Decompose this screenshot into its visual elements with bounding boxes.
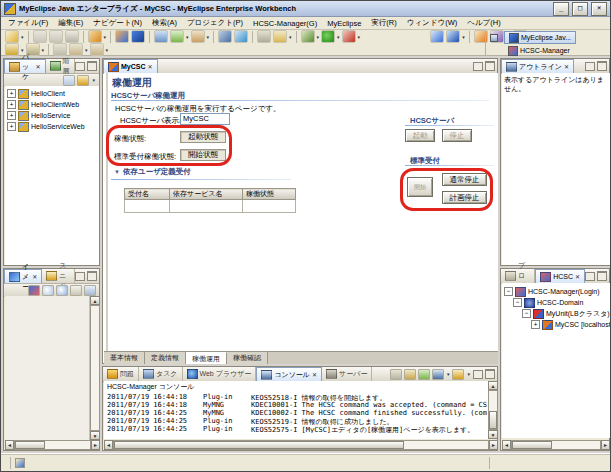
scroll-up-icon[interactable] xyxy=(90,296,100,305)
reception-start-button[interactable]: 開始 xyxy=(407,177,433,197)
tree-item-helloclient[interactable]: HelloClient xyxy=(7,88,99,99)
debug-dropdown[interactable] xyxy=(317,34,320,40)
server-stop-button[interactable]: 停止 xyxy=(442,129,472,142)
collapse-icon[interactable] xyxy=(522,309,531,318)
tab-problems[interactable]: 問題 xyxy=(103,367,139,381)
tree-item-myunit[interactable]: MyUnit(LBクラスタ) xyxy=(504,308,610,319)
open-perspective-icon[interactable] xyxy=(490,34,498,42)
zoom-out-icon[interactable] xyxy=(42,285,54,296)
tab-image[interactable]: イメー xyxy=(4,269,42,283)
menu-myeclipse[interactable]: MyEclipse xyxy=(322,18,366,29)
link-with-editor-icon[interactable] xyxy=(77,75,89,86)
server-start-button[interactable]: 起動 xyxy=(405,129,435,142)
scroll-left-icon[interactable] xyxy=(5,440,14,450)
expand-icon[interactable] xyxy=(7,89,16,98)
close-tab-icon[interactable] xyxy=(312,371,317,378)
new-myeclipse-icon[interactable] xyxy=(88,30,102,43)
external-tools-icon[interactable] xyxy=(342,30,356,43)
maximize-button[interactable] xyxy=(572,2,588,16)
maximize-view-icon[interactable] xyxy=(87,61,97,71)
prev-annotation-dropdown[interactable] xyxy=(42,47,45,53)
maximize-view-icon[interactable] xyxy=(597,271,607,281)
deploy-icon[interactable] xyxy=(115,30,129,43)
menu-hcsc-manager[interactable]: HCSC-Manager(G) xyxy=(248,18,322,29)
normal-stop-button[interactable]: 通常停止 xyxy=(442,173,487,186)
new-web-icon[interactable] xyxy=(154,30,168,43)
maximize-editor-icon[interactable] xyxy=(485,61,495,71)
tab-basic-info[interactable]: 基本情報 xyxy=(104,352,145,364)
scroll-down-icon[interactable] xyxy=(488,430,498,439)
tab-operation-check[interactable]: 稼働確認 xyxy=(227,352,268,364)
open-type-icon[interactable] xyxy=(257,30,271,43)
pin-console-icon[interactable] xyxy=(418,369,430,380)
fit-window-icon[interactable] xyxy=(70,285,82,296)
search-dropdown[interactable] xyxy=(289,34,292,40)
tab-snippets[interactable]: スニペ xyxy=(42,269,75,283)
save-all-icon[interactable] xyxy=(49,30,63,43)
zoom-in-icon[interactable] xyxy=(56,285,68,296)
scroll-thumb[interactable] xyxy=(489,411,497,429)
close-tab-icon[interactable] xyxy=(32,273,37,280)
dependency-section-header[interactable]: 依存ユーザ定義受付 xyxy=(114,167,191,177)
back-dropdown[interactable] xyxy=(85,47,88,53)
minimize-view-icon[interactable] xyxy=(585,272,595,281)
scroll-thumb[interactable] xyxy=(15,441,45,449)
tree-item-helloclientweb[interactable]: HelloClientWeb xyxy=(7,99,99,110)
menu-navigate[interactable]: ナビゲート(N) xyxy=(88,17,147,29)
last-edit-location-icon[interactable] xyxy=(53,43,67,56)
col-dependent-service[interactable]: 依存サービス名 xyxy=(170,189,243,200)
minimize-view-icon[interactable] xyxy=(473,370,483,379)
expand-icon[interactable] xyxy=(7,111,16,120)
scroll-right-icon[interactable] xyxy=(489,440,498,450)
menu-edit[interactable]: 編集(E) xyxy=(53,17,88,29)
tree-item-helloserviceweb[interactable]: HelloServiceWeb xyxy=(7,121,99,132)
new-class-icon[interactable] xyxy=(170,30,184,43)
perspective-myeclipse[interactable]: MyEclipse Jav... xyxy=(504,31,576,44)
close-editor-icon[interactable] xyxy=(148,63,153,70)
debug-icon[interactable] xyxy=(301,30,315,43)
view-menu-icon[interactable] xyxy=(92,77,95,83)
maximize-view-icon[interactable] xyxy=(597,61,607,71)
save-icon[interactable] xyxy=(33,30,47,43)
close-tab-icon[interactable] xyxy=(575,273,580,280)
tab-outline[interactable]: アウトライン xyxy=(501,59,574,73)
tree-item-hcsc-manager[interactable]: HCSC-Manager(Login) xyxy=(504,286,610,297)
expand-icon[interactable] xyxy=(7,100,16,109)
new-myeclipse-dropdown[interactable] xyxy=(104,34,107,40)
collapse-all-icon[interactable] xyxy=(63,75,75,86)
col-operating-status[interactable]: 稼働状態 xyxy=(243,189,296,200)
tree-item-hcsc-domain[interactable]: HCSC-Domain xyxy=(504,297,610,308)
menu-project[interactable]: プロジェクト(P) xyxy=(182,17,248,29)
tab-operation[interactable]: 稼働運用 xyxy=(186,352,227,364)
refresh-icon[interactable] xyxy=(234,30,248,43)
editor-tab-mycsc[interactable]: MyCSC xyxy=(103,59,158,73)
menu-window[interactable]: ウィンドウ(W) xyxy=(402,17,462,29)
forward-dropdown[interactable] xyxy=(106,47,109,53)
tab-type-hierarchy[interactable]: 階層 xyxy=(46,59,75,73)
scroll-left-icon[interactable] xyxy=(104,440,113,450)
scroll-right-icon[interactable] xyxy=(601,440,610,450)
menu-help[interactable]: ヘルプ(H) xyxy=(462,17,505,29)
collapse-section-icon[interactable] xyxy=(114,169,120,175)
open-console-icon[interactable] xyxy=(452,369,464,380)
tab-console[interactable]: コンソール xyxy=(256,367,322,381)
tab-package-explorer[interactable]: パッケ xyxy=(4,59,46,73)
run-server-icon[interactable] xyxy=(131,30,145,43)
maximize-view-icon[interactable] xyxy=(485,369,495,379)
search-icon[interactable] xyxy=(273,30,287,43)
external-tools-dropdown[interactable] xyxy=(358,34,361,40)
browser-dropdown[interactable] xyxy=(462,34,465,40)
minimize-button[interactable] xyxy=(553,2,569,16)
minimize-editor-icon[interactable] xyxy=(473,62,483,71)
scroll-left-icon[interactable] xyxy=(502,440,511,450)
run-icon[interactable] xyxy=(321,30,335,43)
forward-icon[interactable] xyxy=(90,43,104,56)
scroll-down-icon[interactable] xyxy=(90,431,100,440)
menu-run[interactable]: 実行(R) xyxy=(366,17,401,29)
scroll-lock-icon[interactable] xyxy=(404,369,416,380)
tab-web-browser[interactable]: Web ブラウザー xyxy=(183,367,257,381)
tab-properties[interactable]: プロパ xyxy=(501,269,535,283)
close-tab-icon[interactable] xyxy=(35,63,40,70)
new-wizard-icon[interactable] xyxy=(5,30,19,43)
menu-search[interactable]: 検索(A) xyxy=(147,17,182,29)
